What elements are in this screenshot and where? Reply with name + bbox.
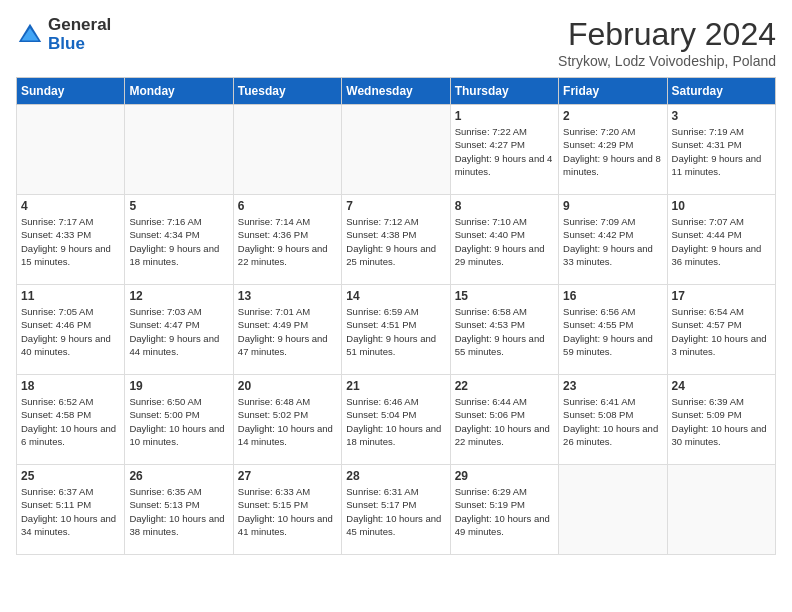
- day-info: Sunrise: 7:20 AM Sunset: 4:29 PM Dayligh…: [563, 125, 662, 178]
- weekday-header-sunday: Sunday: [17, 78, 125, 105]
- calendar-cell: 13Sunrise: 7:01 AM Sunset: 4:49 PM Dayli…: [233, 285, 341, 375]
- day-info: Sunrise: 6:52 AM Sunset: 4:58 PM Dayligh…: [21, 395, 120, 448]
- calendar-cell: 9Sunrise: 7:09 AM Sunset: 4:42 PM Daylig…: [559, 195, 667, 285]
- day-number: 26: [129, 469, 228, 483]
- day-info: Sunrise: 7:05 AM Sunset: 4:46 PM Dayligh…: [21, 305, 120, 358]
- calendar-cell: 21Sunrise: 6:46 AM Sunset: 5:04 PM Dayli…: [342, 375, 450, 465]
- day-info: Sunrise: 7:16 AM Sunset: 4:34 PM Dayligh…: [129, 215, 228, 268]
- calendar-cell: [233, 105, 341, 195]
- weekday-header-friday: Friday: [559, 78, 667, 105]
- calendar-cell: 15Sunrise: 6:58 AM Sunset: 4:53 PM Dayli…: [450, 285, 558, 375]
- day-number: 10: [672, 199, 771, 213]
- calendar-cell: 18Sunrise: 6:52 AM Sunset: 4:58 PM Dayli…: [17, 375, 125, 465]
- calendar-cell: 14Sunrise: 6:59 AM Sunset: 4:51 PM Dayli…: [342, 285, 450, 375]
- calendar-cell: 6Sunrise: 7:14 AM Sunset: 4:36 PM Daylig…: [233, 195, 341, 285]
- calendar-cell: [559, 465, 667, 555]
- calendar-cell: 16Sunrise: 6:56 AM Sunset: 4:55 PM Dayli…: [559, 285, 667, 375]
- calendar-cell: 1Sunrise: 7:22 AM Sunset: 4:27 PM Daylig…: [450, 105, 558, 195]
- day-info: Sunrise: 7:19 AM Sunset: 4:31 PM Dayligh…: [672, 125, 771, 178]
- day-number: 21: [346, 379, 445, 393]
- day-info: Sunrise: 7:12 AM Sunset: 4:38 PM Dayligh…: [346, 215, 445, 268]
- logo: General Blue: [16, 16, 111, 53]
- day-number: 5: [129, 199, 228, 213]
- day-info: Sunrise: 6:54 AM Sunset: 4:57 PM Dayligh…: [672, 305, 771, 358]
- day-number: 24: [672, 379, 771, 393]
- day-info: Sunrise: 6:50 AM Sunset: 5:00 PM Dayligh…: [129, 395, 228, 448]
- calendar-cell: [125, 105, 233, 195]
- day-number: 3: [672, 109, 771, 123]
- day-number: 29: [455, 469, 554, 483]
- calendar-week-row: 25Sunrise: 6:37 AM Sunset: 5:11 PM Dayli…: [17, 465, 776, 555]
- day-number: 11: [21, 289, 120, 303]
- day-number: 15: [455, 289, 554, 303]
- day-info: Sunrise: 6:29 AM Sunset: 5:19 PM Dayligh…: [455, 485, 554, 538]
- day-number: 7: [346, 199, 445, 213]
- calendar-cell: [17, 105, 125, 195]
- calendar-cell: [342, 105, 450, 195]
- weekday-header-monday: Monday: [125, 78, 233, 105]
- logo-blue: Blue: [48, 35, 111, 54]
- day-number: 23: [563, 379, 662, 393]
- calendar-cell: 19Sunrise: 6:50 AM Sunset: 5:00 PM Dayli…: [125, 375, 233, 465]
- title-section: February 2024 Strykow, Lodz Voivodeship,…: [558, 16, 776, 69]
- calendar-cell: 8Sunrise: 7:10 AM Sunset: 4:40 PM Daylig…: [450, 195, 558, 285]
- calendar-cell: 24Sunrise: 6:39 AM Sunset: 5:09 PM Dayli…: [667, 375, 775, 465]
- day-info: Sunrise: 6:31 AM Sunset: 5:17 PM Dayligh…: [346, 485, 445, 538]
- day-number: 27: [238, 469, 337, 483]
- day-info: Sunrise: 6:58 AM Sunset: 4:53 PM Dayligh…: [455, 305, 554, 358]
- day-info: Sunrise: 6:48 AM Sunset: 5:02 PM Dayligh…: [238, 395, 337, 448]
- day-number: 18: [21, 379, 120, 393]
- day-number: 13: [238, 289, 337, 303]
- day-info: Sunrise: 6:59 AM Sunset: 4:51 PM Dayligh…: [346, 305, 445, 358]
- calendar-cell: 29Sunrise: 6:29 AM Sunset: 5:19 PM Dayli…: [450, 465, 558, 555]
- day-info: Sunrise: 6:35 AM Sunset: 5:13 PM Dayligh…: [129, 485, 228, 538]
- day-info: Sunrise: 7:10 AM Sunset: 4:40 PM Dayligh…: [455, 215, 554, 268]
- day-number: 22: [455, 379, 554, 393]
- day-number: 20: [238, 379, 337, 393]
- day-number: 12: [129, 289, 228, 303]
- day-number: 9: [563, 199, 662, 213]
- weekday-header-wednesday: Wednesday: [342, 78, 450, 105]
- calendar-cell: 17Sunrise: 6:54 AM Sunset: 4:57 PM Dayli…: [667, 285, 775, 375]
- day-info: Sunrise: 7:14 AM Sunset: 4:36 PM Dayligh…: [238, 215, 337, 268]
- page-header: General Blue February 2024 Strykow, Lodz…: [16, 16, 776, 69]
- day-number: 25: [21, 469, 120, 483]
- day-info: Sunrise: 6:39 AM Sunset: 5:09 PM Dayligh…: [672, 395, 771, 448]
- weekday-header-saturday: Saturday: [667, 78, 775, 105]
- logo-text: General Blue: [48, 16, 111, 53]
- day-info: Sunrise: 7:01 AM Sunset: 4:49 PM Dayligh…: [238, 305, 337, 358]
- day-number: 1: [455, 109, 554, 123]
- calendar-cell: 10Sunrise: 7:07 AM Sunset: 4:44 PM Dayli…: [667, 195, 775, 285]
- calendar-cell: 20Sunrise: 6:48 AM Sunset: 5:02 PM Dayli…: [233, 375, 341, 465]
- day-info: Sunrise: 7:03 AM Sunset: 4:47 PM Dayligh…: [129, 305, 228, 358]
- calendar-table: SundayMondayTuesdayWednesdayThursdayFrid…: [16, 77, 776, 555]
- calendar-cell: 5Sunrise: 7:16 AM Sunset: 4:34 PM Daylig…: [125, 195, 233, 285]
- month-year-title: February 2024: [558, 16, 776, 53]
- day-info: Sunrise: 6:33 AM Sunset: 5:15 PM Dayligh…: [238, 485, 337, 538]
- day-info: Sunrise: 6:44 AM Sunset: 5:06 PM Dayligh…: [455, 395, 554, 448]
- calendar-cell: 7Sunrise: 7:12 AM Sunset: 4:38 PM Daylig…: [342, 195, 450, 285]
- calendar-week-row: 4Sunrise: 7:17 AM Sunset: 4:33 PM Daylig…: [17, 195, 776, 285]
- day-number: 17: [672, 289, 771, 303]
- day-number: 6: [238, 199, 337, 213]
- calendar-week-row: 11Sunrise: 7:05 AM Sunset: 4:46 PM Dayli…: [17, 285, 776, 375]
- calendar-cell: 22Sunrise: 6:44 AM Sunset: 5:06 PM Dayli…: [450, 375, 558, 465]
- location-subtitle: Strykow, Lodz Voivodeship, Poland: [558, 53, 776, 69]
- calendar-cell: 11Sunrise: 7:05 AM Sunset: 4:46 PM Dayli…: [17, 285, 125, 375]
- day-info: Sunrise: 6:56 AM Sunset: 4:55 PM Dayligh…: [563, 305, 662, 358]
- calendar-cell: 25Sunrise: 6:37 AM Sunset: 5:11 PM Dayli…: [17, 465, 125, 555]
- day-number: 4: [21, 199, 120, 213]
- day-info: Sunrise: 7:22 AM Sunset: 4:27 PM Dayligh…: [455, 125, 554, 178]
- logo-general: General: [48, 16, 111, 35]
- day-info: Sunrise: 6:46 AM Sunset: 5:04 PM Dayligh…: [346, 395, 445, 448]
- day-number: 14: [346, 289, 445, 303]
- day-info: Sunrise: 7:09 AM Sunset: 4:42 PM Dayligh…: [563, 215, 662, 268]
- calendar-week-row: 1Sunrise: 7:22 AM Sunset: 4:27 PM Daylig…: [17, 105, 776, 195]
- calendar-cell: [667, 465, 775, 555]
- weekday-header-tuesday: Tuesday: [233, 78, 341, 105]
- calendar-cell: 4Sunrise: 7:17 AM Sunset: 4:33 PM Daylig…: [17, 195, 125, 285]
- day-info: Sunrise: 7:17 AM Sunset: 4:33 PM Dayligh…: [21, 215, 120, 268]
- weekday-header-row: SundayMondayTuesdayWednesdayThursdayFrid…: [17, 78, 776, 105]
- day-number: 16: [563, 289, 662, 303]
- day-number: 19: [129, 379, 228, 393]
